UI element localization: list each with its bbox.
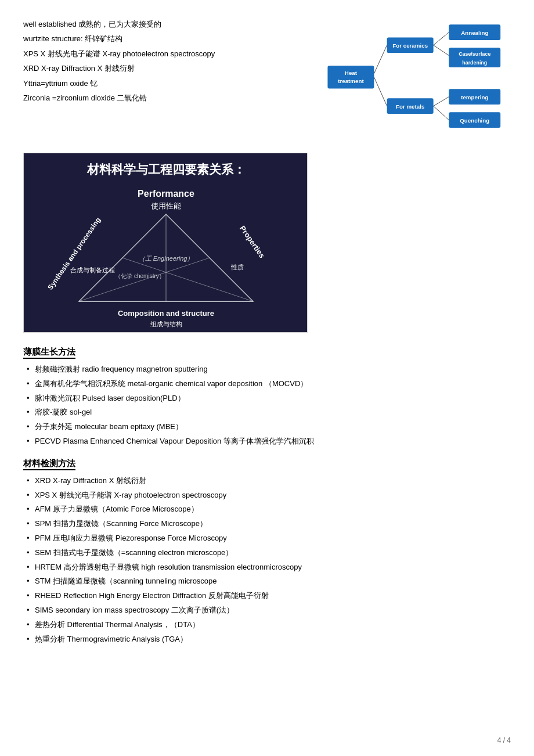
section1-list: 射频磁控溅射 radio frequency magnetron sputter… (23, 363, 511, 448)
list-item: XPS X 射线光电子能谱 X-ray photoelectron spectr… (23, 489, 511, 502)
svg-text:性质: 性质 (230, 264, 244, 271)
svg-text:使用性能: 使用性能 (151, 201, 181, 210)
text-line5: Yttria=yttrium oxide 钇 (23, 77, 325, 90)
svg-text:Quenching: Quenching (460, 117, 489, 124)
svg-text:Annealing: Annealing (461, 30, 488, 36)
list-item: 分子束外延 molecular beam epitaxy (MBE） (23, 421, 511, 433)
list-item: SEM 扫描式电子显微镜（=scanning electron microsco… (23, 547, 511, 559)
list-item: AFM 原子力显微镜（Atomic Force Microscope） (23, 503, 511, 516)
list-item: SIMS secondary ion mass spectroscopy 二次离… (23, 604, 511, 617)
svg-text:合成与制备过程: 合成与制备过程 (70, 267, 115, 273)
section1-heading: 薄膜生长方法 (23, 347, 75, 359)
section-thin-film: 薄膜生长方法 射频磁控溅射 radio frequency magnetron … (23, 339, 511, 448)
svg-line-17 (374, 77, 387, 106)
text-line4: XRD X-ray Diffraction X 射线衍射 (23, 62, 325, 75)
list-item: HRTEM 高分辨透射电子显微镜 high resolution transmi… (23, 561, 511, 574)
svg-text:（工 Engineering）: （工 Engineering） (139, 255, 194, 262)
list-item: 溶胶-凝胶 sol-gel (23, 406, 511, 419)
materials-science-image: 材料科学与工程四要素关系： Performance 使用性能 （工 Engine… (23, 153, 308, 333)
svg-text:tempering: tempering (461, 94, 488, 100)
list-item: STM 扫描隧道显微镜（scanning tunneling microscop… (23, 575, 511, 588)
svg-text:材料科学与工程四要素关系：: 材料科学与工程四要素关系： (86, 163, 246, 176)
list-item: PECVD Plasma Enhanced Chemical Vapour De… (23, 435, 511, 448)
text-line3: XPS X 射线光电子能谱 X-ray photoelectron spectr… (23, 47, 325, 60)
svg-text:Heat: Heat (345, 70, 358, 76)
section2-list: XRD X-ray Diffraction X 射线衍射 XPS X 射线光电子… (23, 475, 511, 646)
svg-text:Case/surface: Case/surface (459, 51, 490, 57)
page-number: 4 / 4 (497, 736, 511, 744)
svg-text:Performance: Performance (138, 189, 194, 199)
svg-line-19 (434, 45, 449, 56)
svg-text:（化学 chemistry）: （化学 chemistry） (115, 273, 165, 279)
text-line1: well established 成熟的，已为大家接受的 (23, 17, 325, 31)
svg-text:Composition and structure: Composition and structure (118, 309, 214, 318)
text-line2: wurtzite structure: 纤锌矿结构 (23, 32, 325, 45)
text-line6: Zirconia =zirconium dioxide 二氧化锆 (23, 91, 325, 105)
svg-text:For metals: For metals (396, 103, 425, 110)
svg-text:组成与结构: 组成与结构 (150, 321, 182, 327)
svg-line-16 (374, 45, 387, 74)
list-item: PFM 压电响应力显微镜 Piezoresponse Force Microsc… (23, 532, 511, 545)
list-item: 差热分析 Differential Thermal Analysis，（DTA） (23, 619, 511, 631)
svg-line-20 (434, 97, 449, 106)
heat-treatment-diagram: Heat treatment For ceramics For metals A… (325, 17, 511, 147)
list-item: 射频磁控溅射 radio frequency magnetron sputter… (23, 363, 511, 376)
list-item: 热重分析 Thermogravimetric Analysis (TGA） (23, 633, 511, 646)
section-detection: 材料检测方法 XRD X-ray Diffraction X 射线衍射 XPS … (23, 450, 511, 646)
svg-line-21 (434, 106, 449, 120)
section2-heading: 材料检测方法 (23, 458, 75, 470)
list-item: 金属有机化学气相沉积系统 metal-organic chemical vapo… (23, 378, 511, 390)
list-item: RHEED Reflection High Energy Electron Di… (23, 590, 511, 602)
list-item: XRD X-ray Diffraction X 射线衍射 (23, 475, 511, 487)
list-item: 脉冲激光沉积 Pulsed laser deposition(PLD） (23, 393, 511, 405)
svg-text:hardening: hardening (462, 60, 487, 66)
svg-line-18 (434, 33, 449, 45)
top-text-block: well established 成熟的，已为大家接受的 wurtzite st… (23, 17, 325, 147)
list-item: SPM 扫描力显微镜（Scanning Force Microscope） (23, 518, 511, 530)
svg-text:For ceramics: For ceramics (392, 42, 428, 49)
svg-text:treatment: treatment (338, 78, 364, 84)
